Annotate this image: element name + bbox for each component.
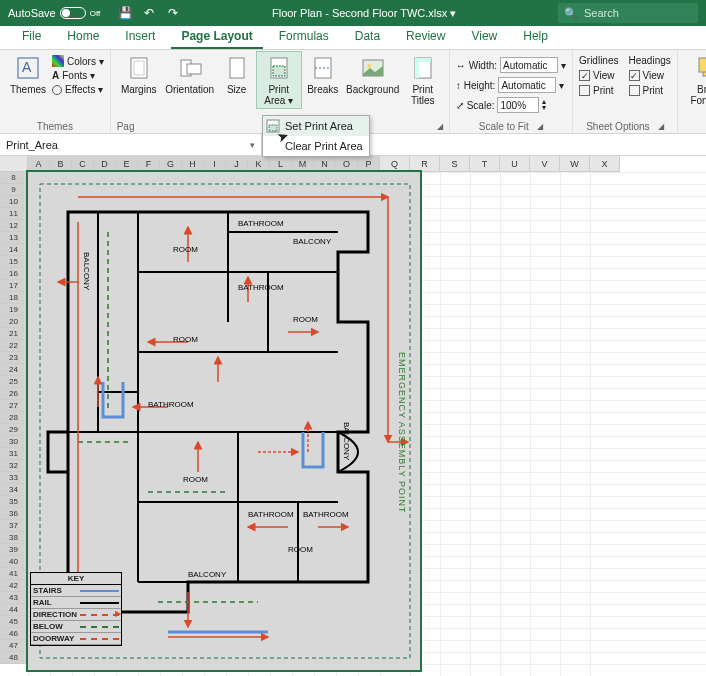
row-header[interactable]: 8 xyxy=(0,172,28,184)
width-combo[interactable]: Automatic xyxy=(500,57,558,73)
row-header[interactable]: 38 xyxy=(0,532,28,544)
undo-button[interactable]: ↶ xyxy=(138,2,160,24)
row-header[interactable]: 46 xyxy=(0,628,28,640)
save-button[interactable]: 💾 xyxy=(114,2,136,24)
row-header[interactable]: 10 xyxy=(0,196,28,208)
tab-data[interactable]: Data xyxy=(345,25,390,49)
size-button[interactable]: Size xyxy=(219,52,255,97)
row-header[interactable]: 37 xyxy=(0,520,28,532)
row-header[interactable]: 40 xyxy=(0,556,28,568)
column-header[interactable]: H xyxy=(182,156,204,172)
column-header[interactable]: C xyxy=(72,156,94,172)
dialog-launcher-icon[interactable]: ◢ xyxy=(537,122,543,131)
tab-insert[interactable]: Insert xyxy=(115,25,165,49)
scale-spinner[interactable]: 100% xyxy=(497,97,539,113)
row-header[interactable]: 24 xyxy=(0,364,28,376)
column-header[interactable]: S xyxy=(440,156,470,172)
column-header[interactable]: T xyxy=(470,156,500,172)
column-header[interactable]: P xyxy=(358,156,380,172)
dialog-launcher-icon[interactable]: ◢ xyxy=(437,122,443,131)
column-header[interactable]: N xyxy=(314,156,336,172)
row-header[interactable]: 35 xyxy=(0,496,28,508)
row-header[interactable]: 32 xyxy=(0,460,28,472)
tab-home[interactable]: Home xyxy=(57,25,109,49)
row-header[interactable]: 15 xyxy=(0,256,28,268)
row-header[interactable]: 22 xyxy=(0,340,28,352)
height-combo[interactable]: Automatic xyxy=(498,77,556,93)
row-header[interactable]: 48 xyxy=(0,652,28,664)
row-header[interactable]: 28 xyxy=(0,412,28,424)
row-header[interactable]: 29 xyxy=(0,424,28,436)
row-header[interactable]: 36 xyxy=(0,508,28,520)
bring-forward-button[interactable]: Bring Forward ▾ xyxy=(684,52,706,119)
column-header[interactable]: A xyxy=(28,156,50,172)
worksheet-grid[interactable]: ABCDEFGHIJKLMNOPQRSTUVWX 891011121314151… xyxy=(0,156,706,676)
row-header[interactable]: 14 xyxy=(0,244,28,256)
row-header[interactable]: 33 xyxy=(0,472,28,484)
column-header[interactable]: G xyxy=(160,156,182,172)
gridlines-view-checkbox[interactable]: ✓View xyxy=(579,69,618,82)
column-header[interactable]: W xyxy=(560,156,590,172)
column-header[interactable]: B xyxy=(50,156,72,172)
row-header[interactable]: 18 xyxy=(0,292,28,304)
column-header[interactable]: E xyxy=(116,156,138,172)
tab-formulas[interactable]: Formulas xyxy=(269,25,339,49)
fonts-button[interactable]: AFonts ▾ xyxy=(52,69,104,82)
row-header[interactable]: 16 xyxy=(0,268,28,280)
row-header[interactable]: 9 xyxy=(0,184,28,196)
breaks-button[interactable]: Breaks xyxy=(303,52,343,97)
column-header[interactable]: Q xyxy=(380,156,410,172)
row-header[interactable]: 47 xyxy=(0,640,28,652)
row-header[interactable]: 13 xyxy=(0,232,28,244)
redo-button[interactable]: ↷ xyxy=(162,2,184,24)
column-header[interactable]: R xyxy=(410,156,440,172)
column-header[interactable]: J xyxy=(226,156,248,172)
print-titles-button[interactable]: Print Titles xyxy=(403,52,443,108)
column-header[interactable]: U xyxy=(500,156,530,172)
row-header[interactable]: 25 xyxy=(0,376,28,388)
column-header[interactable]: K xyxy=(248,156,270,172)
gridlines-print-checkbox[interactable]: Print xyxy=(579,84,618,97)
row-header[interactable]: 23 xyxy=(0,352,28,364)
headings-print-checkbox[interactable]: Print xyxy=(629,84,671,97)
print-area-button[interactable]: Print Area ▾ xyxy=(257,52,301,108)
row-header[interactable]: 27 xyxy=(0,400,28,412)
row-header[interactable]: 34 xyxy=(0,484,28,496)
tab-file[interactable]: File xyxy=(12,25,51,49)
column-header[interactable]: D xyxy=(94,156,116,172)
name-box[interactable]: Print_Area xyxy=(0,134,262,155)
column-header[interactable]: O xyxy=(336,156,358,172)
margins-button[interactable]: Margins xyxy=(117,52,161,97)
tab-review[interactable]: Review xyxy=(396,25,455,49)
row-header[interactable]: 45 xyxy=(0,616,28,628)
colors-button[interactable]: Colors ▾ xyxy=(52,54,104,68)
themes-button[interactable]: A Themes xyxy=(6,52,50,97)
tab-help[interactable]: Help xyxy=(513,25,558,49)
row-header[interactable]: 11 xyxy=(0,208,28,220)
effects-button[interactable]: Effects ▾ xyxy=(52,83,104,96)
row-header[interactable]: 43 xyxy=(0,592,28,604)
row-headers[interactable]: 8910111213141516171819202122232425262728… xyxy=(0,172,28,664)
column-header[interactable]: M xyxy=(292,156,314,172)
row-header[interactable]: 19 xyxy=(0,304,28,316)
row-header[interactable]: 42 xyxy=(0,580,28,592)
row-header[interactable]: 26 xyxy=(0,388,28,400)
background-button[interactable]: Background xyxy=(345,52,401,97)
search-input[interactable]: 🔍 Search xyxy=(558,3,698,23)
column-headers[interactable]: ABCDEFGHIJKLMNOPQRSTUVWX xyxy=(28,156,620,172)
row-header[interactable]: 44 xyxy=(0,604,28,616)
column-header[interactable]: V xyxy=(530,156,560,172)
column-header[interactable]: F xyxy=(138,156,160,172)
column-header[interactable]: X xyxy=(590,156,620,172)
select-all-button[interactable] xyxy=(0,156,28,172)
row-header[interactable]: 39 xyxy=(0,544,28,556)
autosave-toggle[interactable]: AutoSave Off xyxy=(0,7,108,19)
row-header[interactable]: 17 xyxy=(0,280,28,292)
orientation-button[interactable]: Orientation xyxy=(163,52,217,97)
dialog-launcher-icon[interactable]: ◢ xyxy=(658,122,664,131)
column-header[interactable]: L xyxy=(270,156,292,172)
row-header[interactable]: 21 xyxy=(0,328,28,340)
row-header[interactable]: 20 xyxy=(0,316,28,328)
row-header[interactable]: 12 xyxy=(0,220,28,232)
row-header[interactable]: 31 xyxy=(0,448,28,460)
